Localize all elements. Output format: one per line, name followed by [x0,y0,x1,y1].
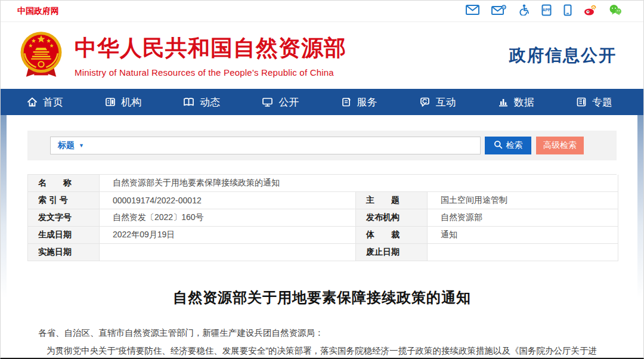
weibo-icon [584,4,597,18]
nav-item-home[interactable]: 首页 [27,95,63,109]
mail-subscribe-icon [491,5,506,18]
meta-value-name: 自然资源部关于用地要素保障接续政策的通知 [100,175,618,192]
service-icon [341,97,352,107]
meta-label-abolish-date: 废止日期 [356,244,428,261]
meta-value-implement-date [100,244,356,261]
app-download-icon: APP [541,4,552,18]
meta-value-abolish-date [428,244,618,261]
page: 中国政府网 APP [0,0,644,359]
topbar: 中国政府网 APP [1,1,643,22]
nav-item-interaction[interactable]: 互动 [419,95,456,109]
chevron-down-icon: ▼ [79,143,84,148]
meta-value-genre: 通知 [428,227,618,244]
organization-icon [105,97,116,107]
meta-value-publisher: 自然资源部 [428,209,618,227]
national-emblem-icon [16,29,75,82]
news-icon [183,97,194,107]
gov-site-link[interactable]: 中国政府网 [17,6,59,17]
document-paragraph: 为贯彻党中央关于“疫情要防住、经济要稳住、发展要安全”的决策部署，落实国务院稳经… [27,342,617,359]
accessibility-link[interactable] [518,4,530,18]
content-panel: 标题 ▼ 检索 高级检索 名 称 自然资源部关于用地要素保障接续政策的通知 索 … [7,115,637,359]
search-field-label: 标题 [58,140,75,151]
nav-label: 专题 [592,95,612,109]
meta-value-create-date: 2022年09月19日 [100,227,356,244]
search-icon [494,140,503,151]
mail-subscribe-link[interactable] [491,5,506,18]
ministry-logo-link[interactable]: 中华人民共和国自然资源部 Ministry of Natural Resourc… [16,29,346,82]
site-title: 中华人民共和国自然资源部 [75,33,346,63]
nav-item-news[interactable]: 动态 [183,95,220,109]
meta-label-doc-number: 发文字号 [28,209,100,227]
weibo-link[interactable] [584,4,597,18]
meta-label-create-date: 生成日期 [28,227,100,244]
interaction-icon [419,97,431,107]
wechat-link[interactable] [609,4,622,18]
nav-item-topics[interactable]: 专题 [576,95,612,109]
app-download-link[interactable]: APP [541,4,552,18]
meta-label-implement-date: 实施日期 [28,244,100,261]
nav-label: 动态 [200,95,220,109]
meta-label-genre: 体 裁 [356,227,428,244]
accessibility-icon [518,4,530,18]
nav-label: 数据 [514,95,534,109]
document-meta-table: 名 称 自然资源部关于用地要素保障接续政策的通知 索 引 号 000019174… [27,174,617,261]
mobile-version-icon [564,4,572,18]
meta-label-name: 名 称 [28,175,100,192]
nav-label: 服务 [357,95,377,109]
topics-icon [576,97,587,107]
topbar-icons: APP [466,4,622,18]
search-field-selector[interactable]: 标题 ▼ [58,140,84,151]
document-paragraph: 各省、自治区、直辖市自然资源主管部门，新疆生产建设兵团自然资源局： [27,324,617,342]
meta-label-index: 索 引 号 [28,192,100,209]
disclosure-icon [262,97,273,107]
search-input[interactable]: 标题 ▼ [50,137,481,154]
nav-item-disclosure[interactable]: 公开 [262,95,299,109]
meta-label-publisher: 发布机构 [356,209,428,227]
content-background: 标题 ▼ 检索 高级检索 名 称 自然资源部关于用地要素保障接续政策的通知 索 … [1,115,643,359]
search-button-label: 检索 [506,140,523,151]
advanced-search-button[interactable]: 高级检索 [536,137,584,154]
section-title-gov-info[interactable]: 政府信息公开 [509,44,617,67]
svg-text:APP: APP [543,8,551,12]
search-button[interactable]: 检索 [485,137,531,154]
nav-item-organization[interactable]: 机构 [105,95,141,109]
meta-value-subject: 国土空间用途管制 [428,192,618,209]
nav-label: 首页 [43,95,63,109]
mail-icon [466,5,479,17]
main-navigation: 首页 机构 动态 公开 服务 互动 数据 专题 [1,89,643,115]
meta-value-doc-number: 自然资发〔2022〕160号 [100,209,356,227]
masthead: 中华人民共和国自然资源部 Ministry of Natural Resourc… [1,22,643,89]
site-title-english: Ministry of Natural Resources of the Peo… [75,67,346,78]
meta-value-index: 000019174/2022-00012 [100,192,356,209]
data-icon [498,97,509,107]
nav-label: 公开 [278,95,299,109]
wechat-icon [609,4,622,18]
mobile-version-link[interactable] [564,4,572,18]
meta-label-subject: 主 题 [356,192,428,209]
nav-item-service[interactable]: 服务 [341,95,377,109]
home-icon [27,97,38,107]
document-title: 自然资源部关于用地要素保障接续政策的通知 [27,288,617,307]
nav-item-data[interactable]: 数据 [498,95,534,109]
mail-link[interactable] [466,5,479,17]
nav-label: 机构 [121,95,141,109]
nav-label: 互动 [436,95,456,109]
search-bar: 标题 ▼ 检索 高级检索 [27,131,617,160]
